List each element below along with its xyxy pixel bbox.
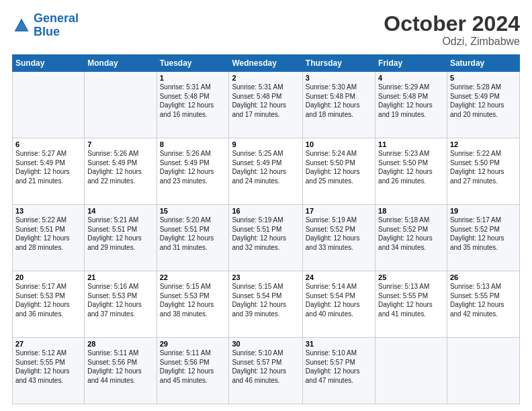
calendar-cell: 7Sunrise: 5:26 AM Sunset: 5:49 PM Daylig… [85, 138, 157, 205]
day-number: 4 [378, 74, 444, 82]
day-info: Sunrise: 5:11 AM Sunset: 5:56 PM Dayligh… [87, 349, 142, 384]
weekday-header-wednesday: Wednesday [229, 55, 302, 72]
calendar-cell: 29Sunrise: 5:11 AM Sunset: 5:56 PM Dayli… [157, 338, 229, 404]
day-info: Sunrise: 5:13 AM Sunset: 5:55 PM Dayligh… [378, 283, 433, 318]
calendar-row-2: 13Sunrise: 5:22 AM Sunset: 5:51 PM Dayli… [13, 205, 520, 271]
calendar-cell: 10Sunrise: 5:24 AM Sunset: 5:50 PM Dayli… [302, 138, 375, 205]
main-title: October 2024 [384, 12, 520, 36]
calendar-row-4: 27Sunrise: 5:12 AM Sunset: 5:55 PM Dayli… [13, 338, 520, 404]
calendar-cell: 31Sunrise: 5:10 AM Sunset: 5:57 PM Dayli… [302, 338, 375, 404]
weekday-header-sunday: Sunday [13, 55, 85, 72]
calendar-row-1: 6Sunrise: 5:27 AM Sunset: 5:49 PM Daylig… [13, 138, 520, 205]
calendar-cell: 9Sunrise: 5:25 AM Sunset: 5:49 PM Daylig… [229, 138, 302, 205]
calendar-cell [447, 338, 519, 404]
day-info: Sunrise: 5:31 AM Sunset: 5:48 PM Dayligh… [160, 83, 214, 118]
calendar-cell: 16Sunrise: 5:19 AM Sunset: 5:51 PM Dayli… [229, 205, 302, 271]
calendar-cell: 3Sunrise: 5:30 AM Sunset: 5:48 PM Daylig… [302, 72, 375, 138]
day-info: Sunrise: 5:25 AM Sunset: 5:49 PM Dayligh… [232, 150, 286, 185]
calendar-table: SundayMondayTuesdayWednesdayThursdayFrid… [12, 54, 520, 404]
logo-icon [12, 16, 31, 35]
calendar-cell: 21Sunrise: 5:16 AM Sunset: 5:53 PM Dayli… [85, 271, 157, 338]
day-number: 11 [378, 140, 444, 148]
day-info: Sunrise: 5:30 AM Sunset: 5:48 PM Dayligh… [306, 83, 360, 118]
day-number: 5 [450, 74, 517, 82]
day-number: 1 [160, 74, 226, 82]
calendar-cell: 2Sunrise: 5:31 AM Sunset: 5:48 PM Daylig… [229, 72, 302, 138]
day-info: Sunrise: 5:21 AM Sunset: 5:51 PM Dayligh… [87, 216, 142, 251]
calendar-cell: 27Sunrise: 5:12 AM Sunset: 5:55 PM Dayli… [13, 338, 85, 404]
calendar-cell: 18Sunrise: 5:18 AM Sunset: 5:52 PM Dayli… [375, 205, 447, 271]
day-info: Sunrise: 5:20 AM Sunset: 5:51 PM Dayligh… [160, 216, 214, 251]
day-number: 9 [232, 140, 299, 148]
calendar-cell: 12Sunrise: 5:22 AM Sunset: 5:50 PM Dayli… [447, 138, 519, 205]
day-info: Sunrise: 5:22 AM Sunset: 5:50 PM Dayligh… [450, 150, 504, 185]
day-number: 8 [160, 140, 226, 148]
logo-blue: Blue [34, 25, 60, 38]
calendar-cell: 13Sunrise: 5:22 AM Sunset: 5:51 PM Dayli… [13, 205, 85, 271]
day-number: 13 [15, 207, 81, 215]
day-info: Sunrise: 5:19 AM Sunset: 5:52 PM Dayligh… [306, 216, 360, 251]
day-number: 7 [87, 140, 153, 148]
weekday-header-thursday: Thursday [302, 55, 375, 72]
day-info: Sunrise: 5:10 AM Sunset: 5:57 PM Dayligh… [306, 349, 360, 384]
calendar-cell [13, 72, 85, 138]
calendar-cell: 20Sunrise: 5:17 AM Sunset: 5:53 PM Dayli… [13, 271, 85, 338]
day-info: Sunrise: 5:13 AM Sunset: 5:55 PM Dayligh… [450, 283, 504, 318]
day-number: 23 [232, 273, 299, 281]
calendar-cell: 6Sunrise: 5:27 AM Sunset: 5:49 PM Daylig… [13, 138, 85, 205]
day-number: 31 [306, 340, 372, 348]
day-number: 17 [306, 207, 372, 215]
day-info: Sunrise: 5:28 AM Sunset: 5:49 PM Dayligh… [450, 83, 504, 118]
calendar-cell: 14Sunrise: 5:21 AM Sunset: 5:51 PM Dayli… [85, 205, 157, 271]
day-number: 26 [450, 273, 517, 281]
calendar-cell: 19Sunrise: 5:17 AM Sunset: 5:52 PM Dayli… [447, 205, 519, 271]
day-info: Sunrise: 5:29 AM Sunset: 5:48 PM Dayligh… [378, 83, 433, 118]
day-info: Sunrise: 5:17 AM Sunset: 5:52 PM Dayligh… [450, 216, 504, 251]
calendar-cell: 11Sunrise: 5:23 AM Sunset: 5:50 PM Dayli… [375, 138, 447, 205]
logo-general: General [34, 11, 79, 25]
day-info: Sunrise: 5:15 AM Sunset: 5:54 PM Dayligh… [232, 283, 286, 318]
day-number: 24 [306, 273, 372, 281]
day-number: 25 [378, 273, 444, 281]
day-info: Sunrise: 5:26 AM Sunset: 5:49 PM Dayligh… [87, 150, 142, 185]
day-number: 28 [87, 340, 153, 348]
calendar-cell: 8Sunrise: 5:26 AM Sunset: 5:49 PM Daylig… [157, 138, 229, 205]
day-info: Sunrise: 5:17 AM Sunset: 5:53 PM Dayligh… [15, 283, 70, 318]
subtitle: Odzi, Zimbabwe [384, 36, 520, 48]
day-info: Sunrise: 5:14 AM Sunset: 5:54 PM Dayligh… [306, 283, 360, 318]
day-number: 2 [232, 74, 299, 82]
calendar-row-0: 1Sunrise: 5:31 AM Sunset: 5:48 PM Daylig… [13, 72, 520, 138]
calendar-cell: 25Sunrise: 5:13 AM Sunset: 5:55 PM Dayli… [375, 271, 447, 338]
day-number: 21 [87, 273, 153, 281]
day-number: 6 [15, 140, 81, 148]
logo: General Blue [12, 12, 79, 39]
calendar-cell [85, 72, 157, 138]
weekday-header-tuesday: Tuesday [157, 55, 229, 72]
day-number: 16 [232, 207, 299, 215]
weekday-header-friday: Friday [375, 55, 447, 72]
calendar-cell: 23Sunrise: 5:15 AM Sunset: 5:54 PM Dayli… [229, 271, 302, 338]
day-number: 3 [306, 74, 372, 82]
day-info: Sunrise: 5:18 AM Sunset: 5:52 PM Dayligh… [378, 216, 433, 251]
day-number: 14 [87, 207, 153, 215]
calendar-cell: 26Sunrise: 5:13 AM Sunset: 5:55 PM Dayli… [447, 271, 519, 338]
header: General Blue October 2024 Odzi, Zimbabwe [12, 12, 520, 48]
calendar-cell: 15Sunrise: 5:20 AM Sunset: 5:51 PM Dayli… [157, 205, 229, 271]
calendar-cell: 5Sunrise: 5:28 AM Sunset: 5:49 PM Daylig… [447, 72, 519, 138]
title-block: October 2024 Odzi, Zimbabwe [384, 12, 520, 48]
day-number: 12 [450, 140, 517, 148]
calendar-cell: 17Sunrise: 5:19 AM Sunset: 5:52 PM Dayli… [302, 205, 375, 271]
svg-marker-1 [15, 21, 28, 30]
calendar-cell: 24Sunrise: 5:14 AM Sunset: 5:54 PM Dayli… [302, 271, 375, 338]
weekday-header-saturday: Saturday [447, 55, 519, 72]
day-number: 19 [450, 207, 517, 215]
day-info: Sunrise: 5:19 AM Sunset: 5:51 PM Dayligh… [232, 216, 286, 251]
day-info: Sunrise: 5:27 AM Sunset: 5:49 PM Dayligh… [15, 150, 70, 185]
calendar-cell: 1Sunrise: 5:31 AM Sunset: 5:48 PM Daylig… [157, 72, 229, 138]
calendar-cell: 22Sunrise: 5:15 AM Sunset: 5:53 PM Dayli… [157, 271, 229, 338]
day-info: Sunrise: 5:16 AM Sunset: 5:53 PM Dayligh… [87, 283, 142, 318]
day-info: Sunrise: 5:10 AM Sunset: 5:57 PM Dayligh… [232, 349, 286, 384]
page: General Blue October 2024 Odzi, Zimbabwe… [0, 0, 532, 411]
weekday-header-monday: Monday [85, 55, 157, 72]
calendar-cell [375, 338, 447, 404]
